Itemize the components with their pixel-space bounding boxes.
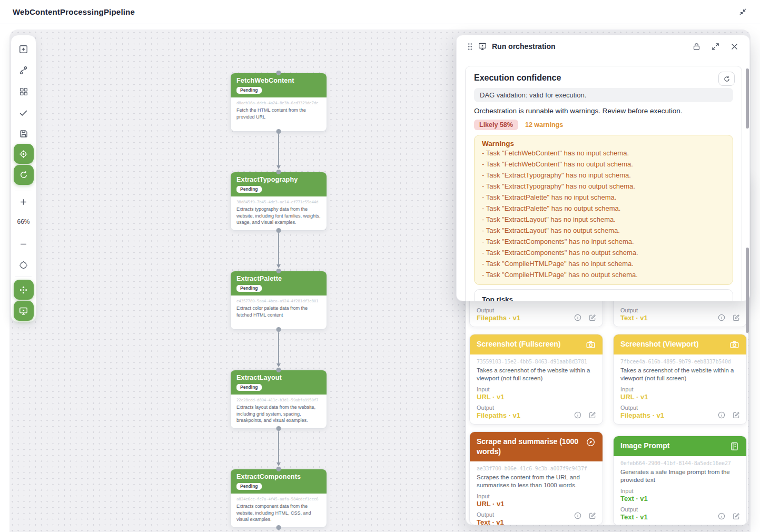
- top-risks-title: Top risks: [482, 295, 725, 301]
- zoom-out-button[interactable]: [14, 234, 33, 253]
- card-description: Takes a screenshot of the website within…: [620, 367, 739, 382]
- card-description: Scrapes the content from the URL and sum…: [477, 474, 596, 489]
- check-icon: [18, 108, 28, 118]
- refresh-confidence-button[interactable]: [718, 72, 735, 86]
- rerun-button[interactable]: [14, 165, 34, 185]
- node-extractlayout[interactable]: ExtractLayout Pending 22e28cdd-d894-411c…: [230, 370, 327, 429]
- node-input-handle[interactable]: [277, 170, 281, 174]
- lock-icon[interactable]: [692, 42, 701, 51]
- input-schema-link[interactable]: URL · v1: [477, 500, 596, 508]
- info-icon[interactable]: [574, 411, 582, 419]
- save-button[interactable]: [14, 124, 33, 143]
- close-icon[interactable]: [730, 42, 739, 51]
- node-title: ExtractLayout: [236, 374, 321, 381]
- execution-confidence-section: Execution confidence DAG validation: val…: [465, 66, 742, 301]
- node-header: FetchWebContent Pending: [231, 73, 327, 97]
- task-card-scrape-summarise[interactable]: Scrape and summarise (1000 words) ae33f7…: [469, 431, 603, 525]
- modal-title: Run orchestration: [492, 42, 556, 51]
- info-icon[interactable]: [717, 411, 726, 419]
- warning-item: - Task "ExtractLayout" has no input sche…: [482, 214, 725, 225]
- git-branch-icon: [18, 65, 28, 75]
- node-body: 22e28cdd-d894-411c-b3d1-59abfa9950f7 Ext…: [231, 395, 327, 427]
- node-input-handle[interactable]: [277, 71, 281, 75]
- refresh-icon: [723, 75, 731, 83]
- node-output-handle[interactable]: [277, 525, 281, 530]
- card-title: Screenshot (Fullscreen): [477, 339, 561, 349]
- edit-icon[interactable]: [732, 411, 741, 419]
- node-input-handle[interactable]: [277, 368, 281, 372]
- edit-icon[interactable]: [588, 313, 597, 322]
- card-title: Screenshot (Viewport): [620, 339, 698, 349]
- expand-icon[interactable]: [711, 42, 720, 51]
- warnings-box: Warnings - Task "FetchWebContent" has no…: [474, 135, 733, 285]
- node-extracttypography[interactable]: ExtractTypography Pending 38d845f9-7b45-…: [230, 172, 327, 231]
- zoom-in-button[interactable]: [14, 192, 33, 211]
- card-uuid: 73559103-15e2-4bb5-8463-d91aab8d3781: [477, 359, 596, 364]
- node-header: ExtractPalette Pending: [231, 271, 327, 295]
- edit-icon[interactable]: [732, 313, 741, 322]
- warning-item: - Task "ExtractLayout" has no output sch…: [482, 225, 725, 236]
- task-card-screenshot-viewport[interactable]: Screenshot (Viewport) 7fbcee4a-616b-4895…: [613, 334, 747, 425]
- info-icon[interactable]: [574, 313, 582, 322]
- runnable-summary: Orchestration is runnable with warnings.…: [474, 107, 733, 115]
- warning-item: - Task "ExtractComponents" has no input …: [482, 236, 725, 247]
- collapse-arrows-icon: [738, 7, 747, 16]
- focus-node-button[interactable]: [14, 144, 34, 164]
- input-schema-link[interactable]: Text · v1: [620, 495, 739, 503]
- grid-view-button[interactable]: [14, 82, 33, 101]
- node-output-handle[interactable]: [277, 129, 281, 134]
- edit-icon[interactable]: [588, 411, 597, 419]
- auto-layout-button[interactable]: [14, 280, 34, 300]
- input-schema-link[interactable]: URL · v1: [620, 393, 739, 401]
- grid-icon: [19, 87, 28, 96]
- output-schema-link[interactable]: Filepaths · v1: [477, 314, 520, 322]
- node-uuid: d8aeb16a-ddcb-4a24-8e3b-6cd3329de7de: [236, 101, 321, 105]
- modal-scrollbar-thumb[interactable]: [746, 68, 749, 129]
- run-orchestration-button[interactable]: [14, 301, 34, 321]
- fit-view-button[interactable]: [14, 255, 33, 274]
- warnings-count-link[interactable]: 12 warnings: [525, 121, 563, 129]
- status-badge: Pending: [236, 285, 262, 292]
- edge-fetch-typography: [278, 134, 279, 166]
- drag-handle-icon[interactable]: [467, 43, 473, 51]
- info-icon[interactable]: [574, 511, 582, 520]
- node-output-handle[interactable]: [277, 327, 281, 332]
- input-label: Input: [477, 386, 596, 392]
- warnings-title: Warnings: [482, 140, 725, 147]
- node-body: d8aeb16a-ddcb-4a24-8e3b-6cd3329de7de Fet…: [231, 97, 327, 123]
- node-input-handle[interactable]: [277, 269, 281, 273]
- edit-icon[interactable]: [732, 512, 741, 520]
- card-uuid: ae33f700-b06e-41c6-9c3b-a007f9c9437f: [477, 466, 596, 471]
- output-label: Output: [620, 405, 739, 411]
- add-node-button[interactable]: [14, 40, 33, 58]
- toolbar-divider: [15, 277, 32, 277]
- panel-scrollbar-thumb[interactable]: [746, 248, 749, 333]
- node-header: ExtractTypography Pending: [231, 172, 327, 196]
- info-icon[interactable]: [717, 313, 726, 322]
- task-card-image-prompt[interactable]: Image Prompt 0efeb664-2900-41bf-8144-8a5…: [613, 436, 747, 525]
- camera-icon: [586, 340, 596, 350]
- node-description: Extract color palette data from the fetc…: [236, 305, 321, 318]
- input-schema-link[interactable]: URL · v1: [477, 393, 596, 401]
- edge-palette-layout: [278, 332, 279, 364]
- validate-button[interactable]: [14, 103, 33, 122]
- output-schema-link[interactable]: Text · v1: [620, 314, 648, 322]
- node-title: ExtractPalette: [236, 275, 321, 282]
- node-extractcomponents[interactable]: ExtractComponents Pending a824e6cc-fc7a-…: [230, 469, 327, 528]
- plus-icon: [19, 198, 28, 206]
- node-output-handle[interactable]: [277, 228, 281, 233]
- branch-button[interactable]: [14, 61, 33, 80]
- node-output-handle[interactable]: [277, 426, 281, 431]
- edit-icon[interactable]: [588, 511, 597, 520]
- node-header: ExtractComponents Pending: [231, 469, 327, 494]
- collapse-panel-button[interactable]: [738, 7, 747, 16]
- warning-item: - Task "CompileHTMLPage" has no input sc…: [482, 258, 725, 269]
- node-extractpalette[interactable]: ExtractPalette Pending e4357789-5aa4-4be…: [230, 271, 327, 330]
- node-description: Extracts component data from the website…: [236, 503, 321, 523]
- node-input-handle[interactable]: [277, 467, 281, 471]
- node-uuid: a824e6cc-fc7a-4f45-aafa-584edcf1ccc6: [236, 497, 321, 501]
- node-fetchwebcontent[interactable]: FetchWebContent Pending d8aeb16a-ddcb-4a…: [230, 73, 327, 132]
- section-title: Execution confidence: [474, 73, 733, 83]
- task-card-screenshot-fullscreen[interactable]: Screenshot (Fullscreen) 73559103-15e2-4b…: [469, 334, 603, 425]
- info-icon[interactable]: [717, 512, 726, 520]
